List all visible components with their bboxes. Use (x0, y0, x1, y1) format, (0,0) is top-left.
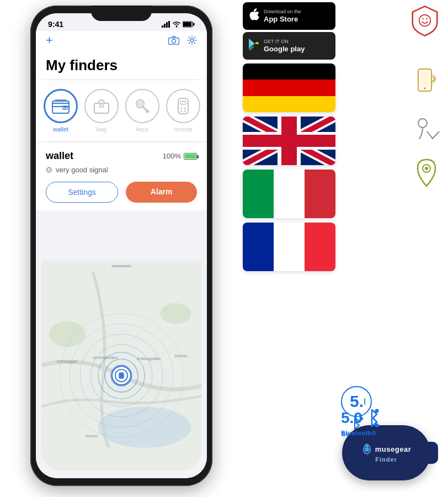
action-buttons: Settings Alarm (46, 182, 197, 203)
svg-point-23 (181, 110, 183, 112)
header-icons (168, 35, 197, 48)
phone-signal-icon (412, 64, 441, 98)
svg-point-21 (181, 108, 183, 109)
svg-text:Schloss: Schloss (174, 354, 188, 358)
signal-text: very good signal (56, 166, 108, 174)
fr-red (305, 223, 335, 271)
camera-icon[interactable] (168, 36, 179, 47)
googleplay-sub: GET IT ON (264, 39, 305, 45)
status-time: 9:41 (48, 20, 63, 29)
phone-mockup: 9:41 (6, 6, 237, 491)
svg-point-4 (176, 26, 178, 28)
flag-uk (243, 117, 335, 165)
wallet-detail: wallet 100% ⊙ very good signal Se (36, 142, 207, 210)
location-mountain-icon (412, 112, 441, 143)
add-button[interactable]: + (46, 34, 53, 46)
svg-point-24 (184, 110, 186, 112)
svg-text:Schlossgryin: Schlossgryin (57, 359, 77, 364)
finder-keys[interactable]: keys (125, 89, 159, 133)
device-strap (426, 442, 438, 464)
svg-point-28 (160, 303, 191, 324)
keys-circle (125, 89, 159, 123)
battery-bar (184, 153, 197, 160)
remote-label: remote (174, 126, 193, 133)
finder-remote[interactable]: remote (166, 89, 200, 133)
svg-point-14 (65, 107, 66, 109)
de-red (243, 80, 335, 96)
phone-signal-icon-wrap (412, 64, 441, 98)
shield-icon (408, 4, 441, 38)
app-title: My finders (36, 54, 207, 80)
flags-column (243, 64, 335, 271)
it-green (243, 170, 274, 218)
svg-rect-2 (166, 22, 168, 28)
battery-percent: 100% (163, 152, 181, 160)
svg-rect-6 (183, 22, 191, 27)
svg-text:5.0: 5.0 (350, 392, 365, 410)
googleplay-name: Google play (264, 45, 305, 54)
apple-icon (248, 8, 259, 24)
svg-rect-1 (164, 24, 166, 28)
de-gold (243, 96, 335, 112)
svg-point-67 (375, 424, 378, 427)
status-icons (162, 21, 195, 28)
googleplay-text: GET IT ON Google play (264, 39, 305, 53)
svg-point-58 (424, 87, 426, 89)
battery-info: 100% (163, 152, 197, 160)
appstore-name: App Store (264, 15, 301, 24)
svg-point-9 (172, 39, 176, 43)
device-logo-top: musegear (361, 443, 411, 455)
svg-rect-19 (178, 98, 188, 114)
de-black (243, 64, 335, 80)
svg-point-27 (49, 321, 85, 347)
bag-label: bag (97, 126, 106, 133)
finder-bag[interactable]: bag (84, 89, 119, 133)
svg-point-45 (422, 18, 424, 19)
device-brand: musegear (375, 445, 411, 453)
svg-rect-55 (243, 135, 335, 147)
svg-text:Grunen: Grunen (86, 434, 98, 438)
svg-text:Schlossferblam: Schlossferblam (93, 356, 118, 359)
bt-icon-large (365, 409, 379, 427)
map-svg: Schlossgryin Schlossferblam Schlossgraft… (41, 272, 201, 448)
wallet-detail-header: wallet 100% (46, 150, 197, 162)
finder-wallet[interactable]: wallet (44, 89, 78, 133)
keys-label: keys (136, 126, 149, 133)
drag-handle (111, 265, 131, 267)
svg-rect-0 (162, 25, 163, 28)
appstore-button[interactable]: Download on the App Store (243, 2, 335, 30)
remote-circle (166, 89, 200, 123)
settings-button[interactable]: Settings (46, 182, 118, 203)
svg-point-10 (190, 39, 194, 42)
wallet-detail-name: wallet (46, 150, 73, 162)
phone-screen: 9:41 (36, 13, 207, 478)
svg-text:Schlossgraften: Schlossgraften (137, 357, 161, 361)
wallet-label: wallet (53, 126, 68, 133)
store-buttons: Download on the App Store GET IT ON Goog… (243, 2, 335, 60)
gear-icon[interactable] (187, 35, 197, 48)
googleplay-button[interactable]: GET IT ON Google play (243, 32, 335, 60)
svg-rect-3 (168, 21, 170, 28)
pin-icon (415, 157, 438, 188)
svg-point-61 (425, 167, 428, 170)
svg-rect-20 (180, 101, 186, 104)
wifi-icon (173, 21, 180, 28)
alarm-button[interactable]: Alarm (126, 182, 197, 203)
finders-divider (46, 141, 197, 142)
bt-version-display: 5.0 Bluetooth® (341, 409, 379, 437)
svg-point-65 (365, 445, 368, 448)
svg-point-46 (426, 18, 428, 19)
phone-notch (91, 6, 152, 21)
svg-rect-57 (420, 71, 429, 87)
bt-version: 5.0 (341, 409, 362, 427)
fr-blue (243, 223, 274, 271)
device-product: Finder (375, 456, 397, 463)
signal-icon (162, 21, 170, 28)
flag-france (243, 223, 335, 271)
it-red (305, 170, 335, 218)
svg-point-22 (184, 108, 186, 109)
svg-point-64 (365, 447, 369, 452)
signal-target-icon: ⊙ (46, 165, 52, 174)
battery-fill (185, 154, 196, 158)
svg-point-18 (138, 102, 142, 105)
